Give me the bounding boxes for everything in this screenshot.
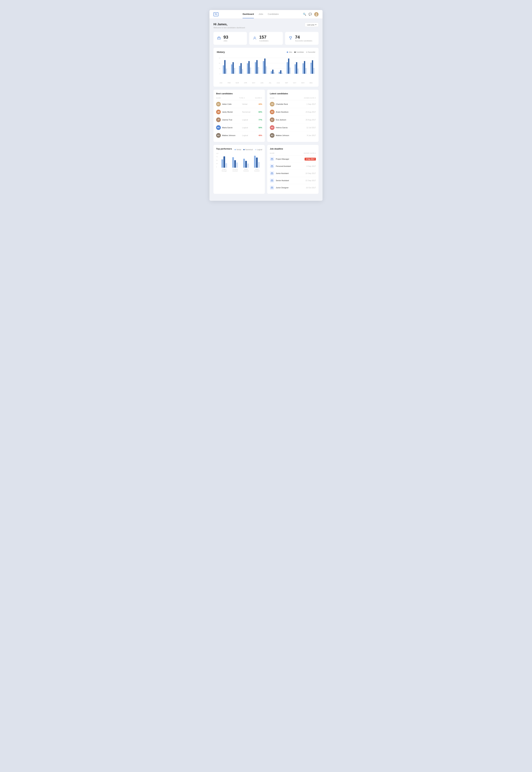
chart-legend: Jobs Candidate Succesful (287, 51, 315, 53)
month-dec: DEC (307, 82, 315, 84)
perf-y-axis: 0 25 50 75 100 (216, 153, 218, 168)
legend-candidate: Candidate (294, 51, 304, 53)
avatar: HG (270, 125, 274, 130)
avatar: JM (216, 110, 221, 114)
table-row[interactable]: HC Helen Colin Verbal 44% (216, 100, 262, 108)
table-row[interactable]: MJ Mattew Johnson Logical 49% (216, 132, 262, 139)
th-jd-name: NAME (270, 152, 301, 154)
svg-rect-46 (303, 63, 304, 74)
latest-candidates-title: Latest candidates (270, 92, 316, 95)
candidate-date: 24 Aug 2017 (303, 111, 316, 113)
svg-rect-41 (288, 59, 289, 74)
bar (232, 157, 234, 168)
header-row: Hi James, Welcome to test candidates das… (213, 23, 319, 29)
candidate-name: Joanna True (222, 119, 242, 121)
bar (225, 163, 227, 168)
candidates-section: Best candidates NAME TYPE ▾ SCORE ▾ HC H… (213, 90, 319, 142)
best-candidates-title: Best candidates (216, 92, 262, 95)
candidate-score: 84% (254, 111, 262, 113)
th-name: NAME (216, 97, 239, 99)
th-jd-date[interactable]: EXPIRY DATE ▾ (301, 152, 316, 154)
candidate-name: Maria Garcin (222, 127, 242, 129)
chart-title: History (217, 51, 225, 53)
legend-verbal: Verbal (235, 149, 241, 150)
avatar: MJ (216, 133, 221, 138)
svg-rect-3 (218, 37, 220, 37)
candidate-type: Logical (242, 134, 254, 136)
job-icon (270, 157, 274, 161)
message-icon[interactable]: 💬 (309, 13, 312, 16)
bar (245, 161, 247, 168)
job-date: 10 Sep 2017 (306, 172, 316, 174)
stat-candidates-value: 157 (259, 35, 268, 39)
svg-rect-17 (224, 60, 226, 74)
table-row[interactable]: EJ Eva Jackson 20 Aug 2017 (270, 116, 316, 124)
legend-candidate-dot (294, 52, 296, 53)
stat-candidates-label: Candidates (259, 40, 268, 42)
history-chart-card: History Jobs Candidate Succesful (213, 48, 319, 87)
table-row[interactable]: JM Jacky Munier Numerical 84% (216, 108, 262, 116)
svg-rect-38 (280, 70, 281, 74)
list-item[interactable]: Senior Assistant 22 Sep 2017 (270, 177, 316, 184)
svg-rect-32 (264, 59, 266, 74)
avatar: EJ (270, 117, 274, 122)
nav-candidates[interactable]: Candidates (268, 10, 279, 18)
stat-candidates: 157 Candidates (249, 32, 283, 45)
top-performers-title: Top performers (216, 147, 232, 150)
svg-rect-44 (296, 62, 297, 74)
job-icon (270, 178, 274, 183)
th-score[interactable]: SCORE ▾ (253, 97, 262, 99)
table-row[interactable]: MJ Mattew Johnson 9 Jun 2017 (270, 132, 316, 139)
svg-text:75: 75 (219, 57, 220, 59)
perf-bars-area: Project ManagerPersonal AssistantSenior … (219, 153, 262, 172)
candidate-score: 77% (254, 119, 262, 121)
nav-jobs[interactable]: Jobs (259, 10, 263, 18)
svg-point-1 (316, 15, 317, 16)
th-date-latest[interactable]: JOINED DATE ▾ (301, 97, 316, 99)
search-icon[interactable]: 🔍 (303, 13, 306, 16)
nav-dashboard[interactable]: Dashboard (243, 10, 254, 18)
candidate-type: Logical (242, 127, 254, 129)
svg-point-5 (254, 37, 255, 38)
list-item[interactable]: Junior Designer 10 Oct 2017 (270, 184, 316, 191)
svg-rect-22 (239, 66, 240, 74)
candidate-name: Jacky Munier (222, 111, 242, 113)
candidate-name: Charlotte Reck (276, 103, 303, 105)
month-jul: JUL (266, 82, 274, 84)
numerical-dot (243, 149, 245, 150)
bar (223, 156, 225, 168)
table-row[interactable]: AD Anais Davidson 24 Aug 2017 (270, 108, 316, 116)
table-row[interactable]: HG Helena Garcia 12 Jul 2017 (270, 124, 316, 132)
greeting-subtitle: Welcome to test candidates dashboard (213, 27, 245, 29)
svg-rect-25 (247, 63, 248, 74)
period-button[interactable]: Last year ▾ (305, 23, 319, 27)
svg-rect-36 (274, 72, 275, 74)
avatar: MJ (270, 133, 274, 138)
job-date: 10 Oct 2017 (306, 187, 316, 189)
list-item[interactable]: Junior Assistant 10 Sep 2017 (270, 170, 316, 177)
candidate-name: Eva Jackson (276, 119, 303, 121)
month-jan: JAN (217, 82, 225, 84)
best-candidates-header: NAME TYPE ▾ SCORE ▾ (216, 96, 262, 100)
job-icon (270, 185, 274, 190)
table-row[interactable]: JT Joanna True Logical 77% (216, 116, 262, 124)
job-deadline-title: Job deadline (270, 147, 316, 150)
trophy-icon (288, 36, 293, 41)
table-row[interactable]: MG Maria Garcin Logical 50% (216, 124, 262, 132)
perf-group: Personal Assistant (231, 153, 240, 172)
job-date-urgent: 4 Sep 2017 (305, 158, 316, 160)
list-item[interactable]: Project Manager 4 Sep 2017 (270, 155, 316, 163)
avatar: HC (216, 102, 221, 106)
list-item[interactable]: Personal Assistant 8 Sep 2017 (270, 163, 316, 170)
svg-rect-49 (310, 63, 312, 74)
svg-rect-47 (304, 61, 305, 74)
svg-rect-42 (289, 67, 291, 74)
history-svg: 75 50 25 0 (217, 56, 315, 81)
candidate-name: Mattew Johnson (222, 134, 242, 136)
table-row[interactable]: CR Charlotte Reck 1 Sep 2017 (270, 100, 316, 108)
user-avatar[interactable] (314, 12, 319, 16)
candidate-date: 9 Jun 2017 (303, 134, 316, 136)
th-type[interactable]: TYPE ▾ (239, 97, 253, 99)
svg-rect-28 (255, 62, 256, 74)
stat-successful-label: Succesful candidates (295, 40, 312, 42)
